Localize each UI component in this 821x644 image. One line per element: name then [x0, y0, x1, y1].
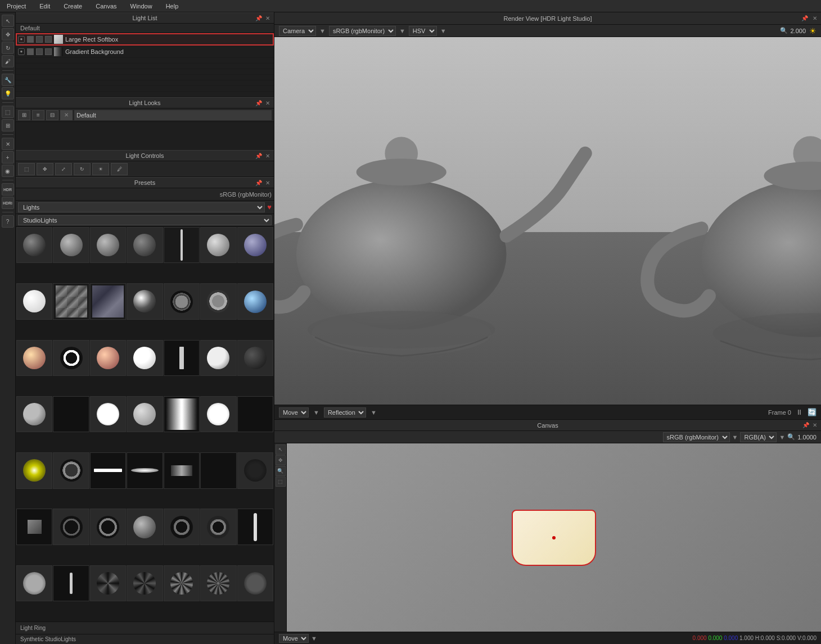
preset-36[interactable] — [16, 509, 52, 545]
light-toggle-1[interactable]: ● — [18, 36, 25, 43]
preset-38[interactable] — [90, 509, 126, 545]
menu-project[interactable]: Project — [4, 2, 28, 11]
rv-colorspace-select[interactable]: sRGB (rgbMonitor) — [329, 26, 396, 36]
preset-26[interactable] — [164, 396, 200, 432]
cv-move-btn[interactable]: ✥ — [276, 455, 286, 465]
toolbar-move[interactable]: ✥ — [2, 28, 14, 40]
cp-close[interactable]: ✕ — [811, 421, 819, 429]
menu-edit[interactable]: Edit — [37, 2, 52, 11]
preset-21[interactable] — [237, 340, 273, 376]
preset-28[interactable] — [237, 396, 273, 432]
cp-channel-select[interactable]: RGB(A) R G B — [740, 432, 777, 442]
preset-49[interactable] — [237, 565, 273, 601]
preset-7[interactable] — [237, 227, 273, 263]
menu-create[interactable]: Create — [61, 2, 84, 11]
toolbar-env[interactable]: ◉ — [2, 165, 14, 177]
preset-11[interactable] — [127, 283, 163, 319]
light-toggle-2[interactable]: ● — [18, 48, 25, 55]
menu-window[interactable]: Window — [128, 2, 155, 11]
ctrl-select-btn[interactable]: ⬚ — [18, 163, 35, 175]
pause-btn[interactable]: ⏸ — [796, 408, 803, 416]
preset-35[interactable] — [237, 452, 273, 488]
preset-17[interactable] — [90, 340, 126, 376]
preset-14[interactable] — [237, 283, 273, 319]
light-controls-pin[interactable]: 📌 — [255, 152, 263, 160]
light-list-pin[interactable]: 📌 — [255, 14, 263, 22]
preset-15[interactable] — [16, 340, 52, 376]
preset-3[interactable] — [90, 227, 126, 263]
toolbar-question[interactable]: ? — [2, 215, 14, 228]
cp-move-select[interactable]: Move — [279, 634, 309, 643]
cv-select-btn[interactable]: ↖ — [276, 445, 286, 455]
preset-19[interactable] — [164, 340, 200, 376]
presets-pin[interactable]: 📌 — [255, 179, 263, 187]
looks-grid-btn[interactable]: ⊟ — [46, 110, 58, 120]
rv-close[interactable]: ✕ — [811, 15, 819, 22]
ctrl-scale-btn[interactable]: ⤢ — [55, 163, 72, 175]
looks-name-input[interactable] — [74, 110, 272, 120]
preset-34[interactable] — [200, 452, 236, 488]
preset-6[interactable] — [200, 227, 236, 263]
canvas-light-thumb[interactable] — [512, 510, 596, 566]
preset-46[interactable] — [127, 565, 163, 601]
preset-29[interactable] — [16, 452, 52, 488]
looks-add-btn[interactable]: ⊞ — [18, 110, 30, 120]
preset-22[interactable] — [16, 396, 52, 432]
preset-30[interactable] — [53, 452, 89, 488]
rv-move-select[interactable]: Move — [279, 407, 309, 418]
light-item-large-rect[interactable]: ● Large Rect Softbox — [16, 33, 274, 46]
presets-close[interactable]: ✕ — [264, 179, 272, 187]
toolbar-select[interactable]: ↖ — [2, 15, 14, 27]
preset-8[interactable] — [16, 283, 52, 319]
toolbar-paint[interactable]: 🖌 — [2, 55, 14, 67]
preset-12[interactable] — [164, 283, 200, 319]
preset-43[interactable] — [16, 565, 52, 601]
light-item-gradient[interactable]: ● Gradient Background — [16, 46, 274, 58]
preset-13[interactable] — [200, 283, 236, 319]
light-looks-pin[interactable]: 📌 — [255, 99, 263, 107]
preset-1[interactable] — [16, 227, 52, 263]
preset-41[interactable] — [200, 509, 236, 545]
preset-45[interactable] — [90, 565, 126, 601]
cv-frame-btn[interactable]: ⬚ — [276, 477, 286, 487]
preset-20[interactable] — [200, 340, 236, 376]
looks-list-btn[interactable]: ≡ — [32, 110, 44, 120]
preset-4[interactable] — [127, 227, 163, 263]
ctrl-rotate-btn[interactable]: ↻ — [74, 163, 91, 175]
preset-9[interactable] — [53, 283, 89, 319]
menu-canvas[interactable]: Canvas — [93, 2, 119, 11]
cp-colorspace-select[interactable]: sRGB (rgbMonitor) — [663, 432, 730, 442]
light-controls-close[interactable]: ✕ — [264, 152, 272, 160]
rv-reflection-select[interactable]: Reflection — [324, 407, 366, 418]
preset-23[interactable] — [53, 396, 89, 432]
toolbar-hdri[interactable]: HDRi — [2, 197, 14, 209]
preset-18[interactable] — [127, 340, 163, 376]
rv-pin[interactable]: 📌 — [801, 15, 809, 22]
preset-24[interactable] — [90, 396, 126, 432]
toolbar-frame[interactable]: ⬚ — [2, 106, 14, 118]
preset-27[interactable] — [200, 396, 236, 432]
preset-2[interactable] — [53, 227, 89, 263]
toolbar-grid[interactable]: ⊞ — [2, 119, 14, 131]
toolbar-cursor[interactable]: + — [2, 151, 14, 164]
preset-33[interactable] — [164, 452, 200, 488]
preset-25[interactable] — [127, 396, 163, 432]
preset-31[interactable] — [90, 452, 126, 488]
toolbar-light[interactable]: 💡 — [2, 87, 14, 99]
cv-zoom-btn[interactable]: 🔍 — [276, 466, 286, 476]
ctrl-eyedrop-btn[interactable]: 🖉 — [111, 163, 128, 175]
ctrl-move-btn[interactable]: ✥ — [37, 163, 53, 175]
light-looks-close[interactable]: ✕ — [264, 99, 272, 107]
cp-pin[interactable]: 📌 — [802, 421, 810, 429]
presets-filter-dropdown[interactable]: Lights All — [18, 202, 265, 212]
preset-47[interactable] — [164, 565, 200, 601]
preset-48[interactable] — [200, 565, 236, 601]
preset-32[interactable] — [127, 452, 163, 488]
menu-help[interactable]: Help — [164, 2, 181, 11]
rv-mode-select[interactable]: HSV RGB — [409, 26, 437, 36]
presets-heart-btn[interactable]: ♥ — [267, 203, 272, 211]
preset-40[interactable] — [164, 509, 200, 545]
presets-studio-dropdown[interactable]: StudioLights — [18, 215, 272, 225]
refresh-btn[interactable]: 🔄 — [808, 408, 817, 416]
looks-x-btn[interactable]: ✕ — [60, 110, 73, 120]
